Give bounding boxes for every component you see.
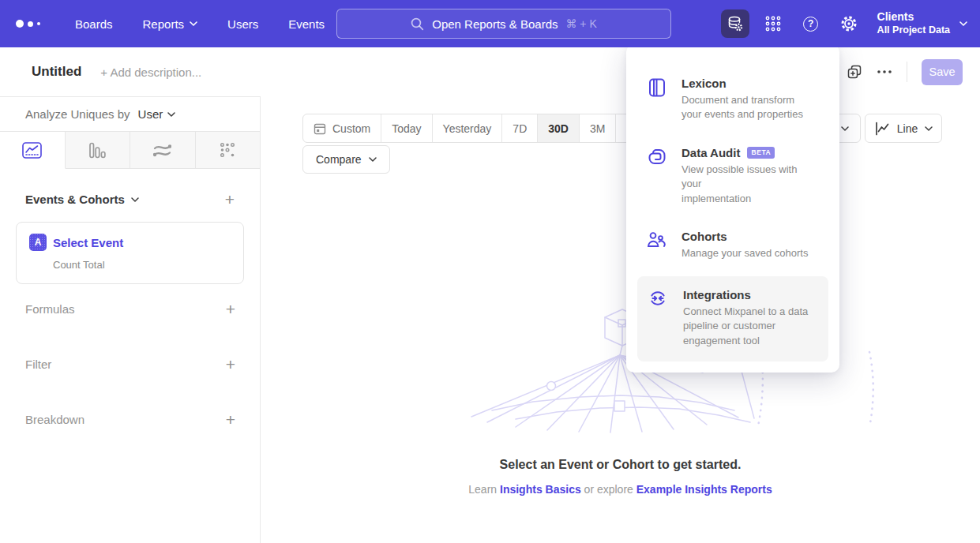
chevron-down-icon <box>925 126 933 131</box>
count-total-dropdown[interactable]: Count Total <box>53 259 231 271</box>
menu-item-title: Integrations <box>683 288 751 301</box>
date-range-7d[interactable]: 7D <box>502 114 538 142</box>
chevron-down-icon <box>131 197 139 202</box>
date-range-custom[interactable]: Custom <box>303 114 381 142</box>
date-range-label: 30D <box>548 122 569 135</box>
gear-icon <box>839 14 858 33</box>
date-range-label: Custom <box>332 122 370 135</box>
add-breakdown-button[interactable]: + <box>226 411 235 428</box>
date-range-30d[interactable]: 30D <box>538 114 580 142</box>
empty-state-title: Select an Event or Cohort to get started… <box>261 458 980 472</box>
apps-grid-button[interactable] <box>759 9 787 38</box>
tab-line-chart[interactable] <box>0 132 66 169</box>
mixpanel-logo[interactable] <box>16 20 40 28</box>
select-event-label[interactable]: Select Event <box>53 236 123 249</box>
lexicon-book-icon <box>647 77 667 122</box>
event-card[interactable]: A Select Event Count Total <box>16 222 244 284</box>
ellipsis-icon <box>877 69 892 74</box>
data-management-menu: Lexicon Document and transform your even… <box>626 44 839 373</box>
date-range-label: Today <box>392 122 421 135</box>
metric-grid-icon <box>220 142 235 158</box>
primary-nav: Boards Reports Users Events <box>75 17 325 31</box>
logo-dot <box>37 22 40 25</box>
add-formula-button[interactable]: + <box>226 301 235 317</box>
add-event-button[interactable]: + <box>225 191 235 208</box>
nav-item-events[interactable]: Events <box>288 17 325 31</box>
save-button[interactable]: Save <box>922 59 963 85</box>
top-navbar: Boards Reports Users Events Open Reports… <box>0 0 980 47</box>
duplicate-button[interactable] <box>847 64 862 80</box>
breakdown-section: Breakdown + <box>0 405 261 433</box>
settings-button[interactable] <box>835 9 863 38</box>
date-range-yesterday[interactable]: Yesterday <box>433 114 503 142</box>
nav-item-users[interactable]: Users <box>227 17 258 31</box>
date-range-today[interactable]: Today <box>381 114 432 142</box>
menu-item-cohorts[interactable]: Cohorts Manage your saved cohorts <box>626 218 839 272</box>
add-description-field[interactable]: + Add description... <box>100 66 201 79</box>
menu-item-data-audit[interactable]: Data Audit BETA View possible issues wit… <box>626 134 839 218</box>
subtitle-text: or explore <box>584 483 633 496</box>
nav-item-reports[interactable]: Reports <box>143 17 198 31</box>
logo-dot <box>28 21 33 27</box>
query-builder-sidebar: Analyze Uniques by User <box>0 96 261 543</box>
chart-style-dropdown[interactable]: Line <box>865 114 942 143</box>
tab-flow-chart[interactable] <box>130 132 196 169</box>
subtitle-text: Learn <box>468 483 497 496</box>
date-range-control: Custom Today Yesterday 7D 30D 3M 6M <box>302 114 653 143</box>
formulas-label: Formulas <box>25 302 75 316</box>
chevron-down-icon <box>841 126 849 131</box>
search-shortcut: ⌘ + K <box>565 17 596 30</box>
chevron-down-icon <box>190 21 197 26</box>
analyze-prefix-label: Analyze Uniques by <box>25 107 130 121</box>
apps-grid-icon <box>764 15 782 32</box>
more-actions-button[interactable] <box>877 69 892 74</box>
report-title[interactable]: Untitled <box>32 64 81 80</box>
header-actions: Save <box>847 47 963 96</box>
events-cohorts-label: Events & Cohorts <box>25 193 125 206</box>
data-management-icon <box>727 15 744 32</box>
duplicate-icon <box>847 64 862 80</box>
nav-item-label: Users <box>227 17 258 31</box>
project-selector[interactable]: Clients All Project Data <box>877 10 967 36</box>
event-series-badge: A <box>29 234 47 251</box>
insights-basics-link[interactable]: Insights Basics <box>500 483 581 496</box>
date-range-3m[interactable]: 3M <box>580 114 616 142</box>
cohorts-people-icon <box>647 230 667 260</box>
line-style-icon <box>874 122 890 136</box>
date-range-label: 3M <box>590 122 605 135</box>
project-scope: All Project Data <box>877 24 950 37</box>
breakdown-label: Breakdown <box>25 413 84 426</box>
analyze-row: Analyze Uniques by User <box>0 97 260 131</box>
menu-item-lexicon[interactable]: Lexicon Document and transform your even… <box>626 65 839 134</box>
formulas-section: Formulas + <box>0 294 261 323</box>
data-management-button[interactable] <box>721 9 749 38</box>
menu-item-description: View possible issues with your implement… <box>681 163 819 206</box>
compare-label: Compare <box>316 153 362 166</box>
tab-metric-grid[interactable] <box>196 132 261 169</box>
search-icon <box>411 17 424 31</box>
bar-chart-icon <box>89 142 106 159</box>
flow-chart-icon <box>153 143 171 158</box>
analyze-by-dropdown[interactable]: User <box>138 107 176 121</box>
logo-dot <box>16 20 24 28</box>
menu-item-integrations[interactable]: Integrations Connect Mixpanel to a data … <box>637 276 828 361</box>
nav-item-boards[interactable]: Boards <box>75 17 113 31</box>
line-chart-icon <box>22 142 42 159</box>
events-cohorts-dropdown[interactable]: Events & Cohorts <box>25 193 139 206</box>
chart-style-label: Line <box>897 122 918 135</box>
tab-bar-chart[interactable] <box>66 132 131 169</box>
example-insights-reports-link[interactable]: Example Insights Reports <box>636 483 772 496</box>
global-search[interactable]: Open Reports & Boards ⌘ + K <box>336 9 671 39</box>
nav-item-label: Boards <box>75 17 113 31</box>
beta-badge: BETA <box>747 147 775 159</box>
filter-label: Filter <box>25 358 51 371</box>
compare-dropdown[interactable]: Compare <box>302 145 390 174</box>
data-audit-icon <box>647 146 667 206</box>
add-filter-button[interactable]: + <box>226 356 235 373</box>
search-placeholder: Open Reports & Boards <box>432 17 558 31</box>
divider <box>907 62 907 82</box>
nav-item-label: Reports <box>143 17 185 31</box>
help-button[interactable]: ? <box>797 9 825 38</box>
chevron-down-icon <box>959 21 967 26</box>
menu-item-title: Cohorts <box>681 230 727 243</box>
